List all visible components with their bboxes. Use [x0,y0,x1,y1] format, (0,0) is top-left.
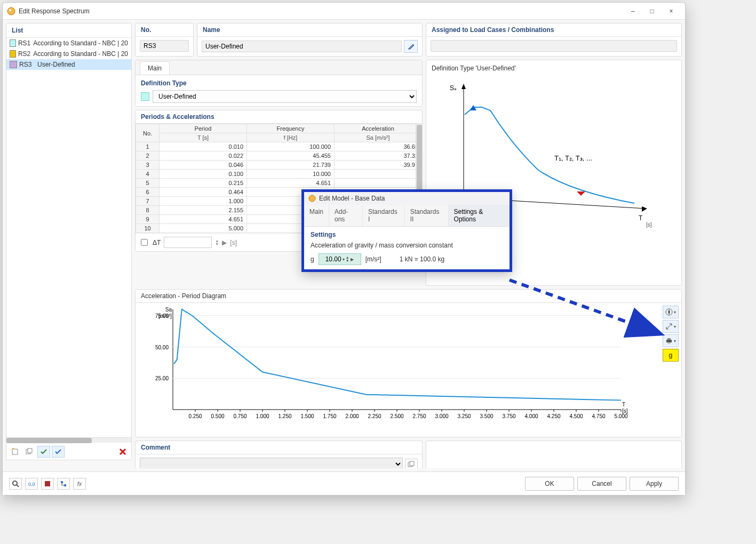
svg-point-1 [9,9,11,11]
popup-title: Edit Model - Base Data [319,195,385,202]
comment-card: Comment [135,441,423,468]
check-green-button[interactable] [37,446,50,458]
svg-point-79 [309,195,315,202]
delta-t-label: ΔT [153,239,161,246]
name-input[interactable] [202,41,402,52]
footer-tree-button[interactable] [57,478,70,490]
edit-name-button[interactable] [404,40,418,53]
svg-text:3.000: 3.000 [435,413,448,419]
list-item-name: According to Standard - NBC | 20 [33,50,128,58]
popup-g-spinner[interactable]: ▲▼ [346,256,349,262]
popup-tab[interactable]: Add-ons [329,205,363,226]
popup-tab[interactable]: Main [304,205,329,226]
svg-text:4.750: 4.750 [592,413,605,419]
delta-t-unit: [s] [230,239,237,246]
copy-entry-button[interactable] [23,446,36,458]
footer-color-button[interactable] [41,478,54,490]
list-item-color-icon [10,61,17,68]
svg-marker-6 [461,84,466,89]
svg-text:[m/s²]: [m/s²] [158,313,172,319]
dialog-footer: 0,00 fx OK Cancel Apply [3,471,685,495]
spectrum-list-item[interactable]: RS1According to Standard - NBC | 20 [6,38,131,49]
svg-text:0.250: 0.250 [188,413,202,419]
assigned-value [431,40,677,52]
footer-search-button[interactable] [9,478,22,490]
svg-text:Sa: Sa [165,307,172,313]
comment-library-button[interactable] [405,459,418,469]
app-icon [7,7,15,15]
popup-g-symbol: g [311,255,314,263]
compass-button[interactable]: ▾ [663,306,679,318]
svg-text:4.250: 4.250 [547,413,560,419]
pa-row[interactable]: 40.10010.000 [136,170,422,179]
minimize-button[interactable]: – [623,7,642,15]
popup-app-icon [308,195,316,202]
delta-t-play[interactable]: ▶ [222,239,227,246]
svg-text:3.500: 3.500 [480,413,493,419]
check-blue-button[interactable] [52,446,65,458]
assigned-label: Assigned to Load Cases / Combinations [426,23,681,37]
footer-fx-button[interactable]: fx [73,478,86,490]
scale-button[interactable]: ▾ [663,320,679,333]
svg-point-73 [13,481,17,485]
diagram-side-toolbar: ▾ ▾ ▾ g [663,306,679,362]
svg-rect-69 [667,338,671,340]
cancel-button[interactable]: Cancel [577,477,626,491]
svg-text:T: T [639,214,643,222]
popup-titlebar: Edit Model - Base Data [304,192,510,205]
svg-text:5.000: 5.000 [614,413,627,419]
svg-text:25.00: 25.00 [155,375,169,381]
delta-t-spinner[interactable]: ▲▼ [215,239,219,246]
svg-marker-8 [642,206,647,212]
close-button[interactable]: × [662,7,681,15]
spectrum-list-item[interactable]: RS3User-Defined [6,59,131,70]
maximize-button[interactable]: □ [642,7,662,15]
popup-tab[interactable]: Standards II [405,205,449,226]
svg-text:4.000: 4.000 [524,413,538,419]
svg-text:2.750: 2.750 [412,413,426,419]
popup-tabs: MainAdd-onsStandards IStandards IISettin… [304,205,510,227]
comment-label: Comment [136,441,422,454]
popup-tab[interactable]: Standards I [363,205,405,226]
list-item-code: RS2 [18,50,33,58]
window-title: Edit Response Spectrum [19,7,623,15]
delta-t-checkbox[interactable] [141,239,148,246]
popup-g-dropdown[interactable]: ▾ [343,257,345,262]
svg-rect-2 [12,449,18,454]
svg-text:1.750: 1.750 [323,413,336,419]
pa-label: Periods & Accelerations [136,110,422,124]
svg-text:[s]: [s] [646,222,652,228]
new-entry-button[interactable] [9,446,21,458]
popup-g-play[interactable]: ▶ [351,257,354,262]
svg-text:3.750: 3.750 [502,413,515,419]
list-horizontal-scrollbar[interactable] [6,437,131,443]
name-label: Name [197,23,422,37]
pa-row[interactable]: 50.2154.651 [136,179,422,188]
svg-text:0.750: 0.750 [233,413,246,419]
pa-row[interactable]: 30.04621.73939.97 [136,161,422,170]
popup-g-input[interactable] [321,255,343,263]
diagram-svg: 25.0050.0075.000.2500.5000.7501.0001.250… [136,303,632,431]
empty-right-card [426,441,682,468]
apply-button[interactable]: Apply [630,477,679,491]
ok-button[interactable]: OK [525,477,574,491]
assigned-card: Assigned to Load Cases / Combinations [426,23,682,57]
base-data-popup: Edit Model - Base Data MainAdd-onsStanda… [301,189,512,272]
footer-units-button[interactable]: 0,00 [25,478,38,490]
list-item-code: RS1 [18,39,33,47]
pa-row[interactable]: 20.02245.45537.32 [136,151,422,161]
delete-entry-button[interactable] [116,446,129,458]
svg-text:[s]: [s] [622,408,628,414]
spectrum-list-item[interactable]: RS2According to Standard - NBC | 20 [6,49,131,59]
g-button[interactable]: g [663,349,679,362]
comment-select[interactable] [140,458,403,468]
main-window: Edit Response Spectrum – □ × List RS1Acc… [2,2,686,495]
delta-t-input[interactable] [164,237,212,248]
tab-main[interactable]: Main [140,61,170,75]
print-button[interactable]: ▾ [663,334,679,347]
pa-row[interactable]: 10.010100.00036.65 [136,142,422,151]
svg-text:2.500: 2.500 [390,413,403,419]
definition-type-select[interactable]: User-Defined [153,90,417,103]
popup-tab[interactable]: Settings & Options [449,205,510,226]
svg-text:3.250: 3.250 [457,413,471,419]
